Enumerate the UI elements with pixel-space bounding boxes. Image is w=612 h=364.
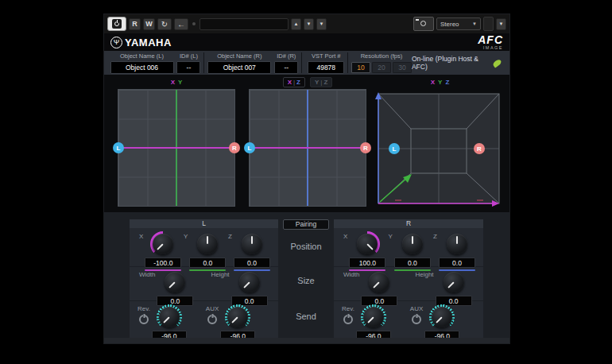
write-automation-button[interactable]: W bbox=[143, 18, 155, 30]
r-x-knob[interactable] bbox=[354, 231, 380, 257]
resolution-10-button[interactable]: 10 bbox=[351, 62, 370, 73]
xy-view-label: X Y bbox=[118, 77, 235, 87]
id-r-group: ID# (R) -- bbox=[272, 51, 301, 75]
object-name-r-field[interactable]: Object 007 bbox=[207, 61, 271, 74]
previous-preset-button[interactable]: ▲ bbox=[291, 18, 301, 30]
id-r-label: ID# (R) bbox=[277, 52, 296, 60]
afc-image-plugin-window: R W ↻ ← ▲ ▼ ▼ Stereo ▼ ▼ bbox=[104, 14, 509, 343]
r-rev-control: Rev. -96.0 bbox=[342, 304, 391, 337]
object-r-handle[interactable]: R bbox=[360, 142, 371, 153]
l-x-value[interactable]: -100.0 bbox=[145, 258, 181, 268]
l-y-value[interactable]: 0.0 bbox=[189, 258, 226, 268]
l-height-knob[interactable] bbox=[237, 269, 262, 295]
l-z-knob[interactable] bbox=[239, 231, 265, 257]
leaf-status-icon bbox=[492, 58, 502, 68]
l-z-value[interactable]: 0.0 bbox=[234, 258, 270, 268]
object-r-handle[interactable]: R bbox=[229, 142, 240, 153]
r-y-value[interactable]: 0.0 bbox=[394, 258, 431, 268]
read-automation-button[interactable]: R bbox=[129, 18, 141, 30]
l-width-knob[interactable] bbox=[162, 269, 188, 295]
r-y-knob[interactable] bbox=[400, 231, 425, 257]
r-aux-knob[interactable] bbox=[429, 304, 455, 330]
axis-z-label: Z bbox=[445, 79, 449, 86]
vst-port-field[interactable]: 49878 bbox=[308, 61, 344, 74]
tab-xz[interactable]: X | Z bbox=[283, 77, 305, 87]
yamaha-wordmark: YAMAHA bbox=[125, 37, 172, 48]
object-name-l-field[interactable]: Object 006 bbox=[110, 61, 174, 74]
object-l-handle[interactable]: L bbox=[113, 142, 124, 153]
l-width-label: Width bbox=[139, 271, 155, 278]
vst-port-group: VST Port # 49878 bbox=[305, 51, 347, 75]
pairing-button[interactable]: Pairing bbox=[283, 219, 329, 230]
id-l-label: ID# (L) bbox=[180, 52, 198, 60]
r-height-knob[interactable] bbox=[441, 269, 467, 295]
tab-yz-y: Y bbox=[315, 79, 319, 86]
xy-pad[interactable]: L R bbox=[118, 89, 235, 207]
r-x-control: X 100.0 bbox=[343, 231, 385, 266]
r-y-control: Y 0.0 bbox=[389, 231, 431, 266]
axis-x-label: X bbox=[171, 79, 175, 86]
xyz-3d-pad[interactable]: L R bbox=[374, 87, 506, 209]
back-arrow-icon[interactable]: ← bbox=[174, 18, 188, 30]
r-aux-power-icon[interactable] bbox=[412, 315, 421, 324]
r-aux-label: AUX bbox=[410, 305, 423, 312]
r-height-label: Height bbox=[415, 271, 433, 278]
row-label-column: Pairing Position Size Send bbox=[278, 219, 334, 338]
l-x-knob[interactable] bbox=[150, 231, 176, 257]
tab-xz-z: Z bbox=[296, 79, 300, 86]
id-r-field: -- bbox=[274, 61, 298, 74]
object-info-bar: Object Name (L) Object 006 ID# (L) -- Ob… bbox=[104, 51, 509, 76]
preset-dropdown-button[interactable]: ▼ bbox=[316, 18, 327, 30]
r-x-value[interactable]: 100.0 bbox=[349, 258, 385, 268]
axis-y-label: Y bbox=[438, 79, 442, 86]
bypass-button[interactable] bbox=[107, 17, 126, 31]
parameter-section: L X -100.0 Y 0.0 bbox=[104, 212, 509, 343]
channel-mode-select[interactable]: Stereo ▼ bbox=[436, 17, 481, 30]
preset-name-input[interactable] bbox=[199, 18, 289, 30]
object-r-handle[interactable]: R bbox=[474, 143, 485, 154]
l-aux-label: AUX bbox=[206, 305, 219, 312]
r-width-label: Width bbox=[343, 271, 359, 278]
resolution-30-button[interactable]: 30 bbox=[393, 62, 412, 73]
l-rev-label: Rev. bbox=[138, 305, 150, 312]
axis-x-label: X bbox=[431, 79, 435, 86]
resolution-20-button[interactable]: 20 bbox=[372, 62, 391, 73]
object-name-l-label: Object Name (L) bbox=[120, 52, 164, 60]
image-wordmark: IMAGE bbox=[478, 46, 503, 51]
l-y-label: Y bbox=[184, 233, 188, 240]
r-rev-knob[interactable] bbox=[361, 304, 386, 330]
position-row-label: Position bbox=[278, 230, 334, 263]
l-rev-knob[interactable] bbox=[157, 304, 182, 330]
r-width-knob[interactable] bbox=[366, 269, 392, 295]
r-y-label: Y bbox=[389, 233, 393, 240]
x-axis-line bbox=[250, 147, 366, 149]
chevron-down-icon: ▼ bbox=[472, 21, 477, 26]
preset-modified-dot bbox=[192, 22, 196, 25]
r-z-value[interactable]: 0.0 bbox=[439, 258, 475, 268]
reload-icon[interactable]: ↻ bbox=[157, 18, 172, 30]
l-aux-knob[interactable] bbox=[225, 304, 250, 330]
right-size-row: Width 0.0 Height 0.0 bbox=[334, 266, 483, 300]
l-aux-power-icon[interactable] bbox=[207, 315, 217, 324]
object-l-handle[interactable]: L bbox=[244, 142, 255, 153]
object-name-l-group: Object Name (L) Object 006 bbox=[110, 51, 174, 75]
l-y-knob[interactable] bbox=[195, 231, 220, 257]
brand-header: Ψ YAMAHA AFC IMAGE bbox=[104, 33, 509, 51]
window-options-dropdown[interactable]: ▼ bbox=[496, 18, 506, 30]
next-preset-button[interactable]: ▼ bbox=[304, 18, 314, 30]
tab-yz-sep: | bbox=[320, 79, 322, 86]
camera-snapshot-icon[interactable] bbox=[413, 17, 434, 31]
afc-image-logo: AFC IMAGE bbox=[478, 34, 503, 51]
resolution-label: Resolution (fps) bbox=[361, 52, 403, 60]
right-position-row: X 100.0 Y 0.0 bbox=[334, 228, 483, 266]
xz-pad[interactable]: L R bbox=[249, 89, 366, 207]
object-name-r-label: Object Name (R) bbox=[217, 52, 261, 60]
info-separator bbox=[301, 52, 302, 73]
r-z-knob[interactable] bbox=[444, 231, 470, 257]
x-axis-line bbox=[118, 147, 234, 149]
info-separator bbox=[347, 52, 348, 73]
tab-yz[interactable]: Y | Z bbox=[310, 77, 332, 87]
object-l-handle[interactable]: L bbox=[389, 143, 400, 154]
r-rev-power-icon[interactable] bbox=[343, 315, 353, 324]
l-rev-power-icon[interactable] bbox=[139, 315, 149, 324]
